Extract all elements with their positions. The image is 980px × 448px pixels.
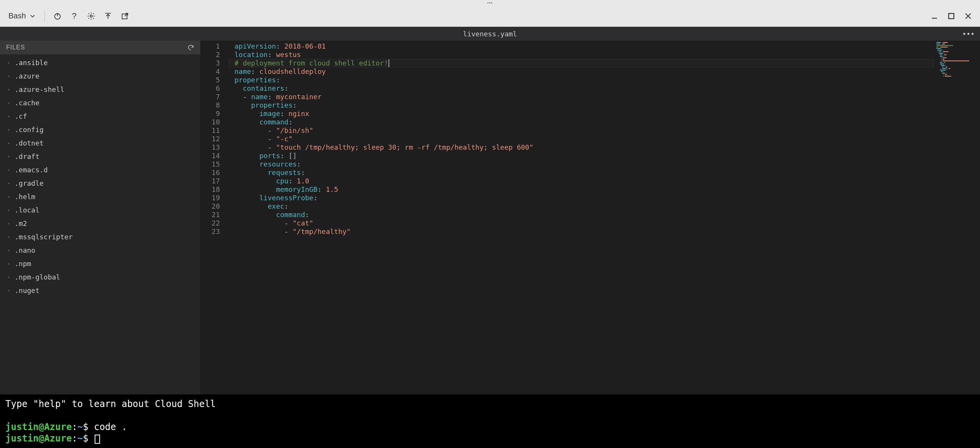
help-button[interactable]: ? bbox=[67, 9, 82, 23]
code-line[interactable]: apiVersion: 2018-06-01 bbox=[228, 42, 934, 51]
minimap[interactable] bbox=[934, 41, 980, 394]
code-line[interactable]: containers: bbox=[228, 84, 934, 93]
code-line[interactable]: command: bbox=[228, 118, 934, 126]
chevron-down-icon bbox=[30, 13, 35, 19]
file-tree-item[interactable]: ▹.mssqlscripter bbox=[0, 230, 200, 244]
maximize-button[interactable] bbox=[944, 9, 959, 23]
file-tree-item[interactable]: ▹.azure-shell bbox=[0, 83, 200, 96]
code-line[interactable]: requests: bbox=[228, 168, 934, 177]
code-line[interactable]: properties: bbox=[228, 76, 934, 84]
code-line[interactable]: cpu: 1.0 bbox=[228, 177, 934, 185]
file-tree-item[interactable]: ▹.nano bbox=[0, 244, 200, 257]
help-icon: ? bbox=[72, 11, 76, 21]
file-tree-item[interactable]: ▹.helm bbox=[0, 190, 200, 203]
code-line[interactable]: - name: mycontainer bbox=[228, 93, 934, 101]
chevron-right-icon: ▹ bbox=[8, 258, 11, 269]
line-number: 9 bbox=[201, 110, 228, 118]
file-tree-item[interactable]: ▹.config bbox=[0, 123, 200, 136]
code-line[interactable]: - "touch /tmp/healthy; sleep 30; rm -rf … bbox=[228, 143, 934, 152]
file-tree-item-label: .emacs.d bbox=[15, 165, 48, 175]
editor-more-button[interactable]: ••• bbox=[962, 30, 975, 38]
file-tree-item-label: .local bbox=[15, 205, 39, 215]
code-line[interactable]: livenessProbe: bbox=[228, 194, 934, 202]
file-tree-item[interactable]: ▹.cf bbox=[0, 110, 200, 123]
code-line[interactable]: command: bbox=[228, 211, 934, 219]
code-line[interactable]: location: westus bbox=[228, 51, 934, 59]
file-tree-item[interactable]: ▹.azure bbox=[0, 69, 200, 83]
minimize-icon bbox=[931, 13, 938, 20]
file-tree-item-label: .ansible bbox=[15, 57, 48, 68]
file-tree-item-label: .helm bbox=[15, 191, 35, 202]
editor-filename: liveness.yaml bbox=[463, 30, 517, 38]
code-line[interactable]: - "cat" bbox=[228, 219, 934, 227]
line-number: 13 bbox=[201, 143, 228, 152]
file-tree-item[interactable]: ▹.dotnet bbox=[0, 136, 200, 150]
file-tree-item[interactable]: ▹.ansible bbox=[0, 56, 200, 69]
new-window-icon bbox=[121, 12, 129, 20]
code-content[interactable]: apiVersion: 2018-06-01location: westus# … bbox=[228, 41, 934, 394]
file-tree-item-label: .mssqlscripter bbox=[15, 232, 73, 242]
file-tree-item[interactable]: ▹.local bbox=[0, 203, 200, 217]
line-number: 21 bbox=[201, 211, 228, 219]
file-tree-item[interactable]: ▹.emacs.d bbox=[0, 163, 200, 177]
refresh-button[interactable] bbox=[187, 44, 194, 51]
chevron-right-icon: ▹ bbox=[8, 124, 11, 135]
close-button[interactable] bbox=[961, 9, 975, 23]
file-tree-item-label: .cache bbox=[15, 98, 39, 108]
line-number: 14 bbox=[201, 152, 228, 160]
code-line[interactable]: - "/tmp/healthy" bbox=[228, 227, 934, 236]
file-tree-item-label: .nano bbox=[15, 245, 35, 255]
line-number: 7 bbox=[201, 93, 228, 101]
chevron-right-icon: ▹ bbox=[8, 218, 11, 229]
file-tree-item[interactable]: ▹.npm-global bbox=[0, 270, 200, 284]
restart-button[interactable] bbox=[50, 9, 65, 23]
window-drag-handle[interactable]: ••• bbox=[0, 0, 980, 5]
file-tree-item-label: .nuget bbox=[15, 285, 39, 296]
code-line[interactable]: image: nginx bbox=[228, 110, 934, 118]
code-line[interactable]: - "/bin/sh" bbox=[228, 126, 934, 135]
terminal-blank bbox=[5, 410, 975, 421]
code-editor[interactable]: 1234567891011121314151617181920212223 ap… bbox=[201, 41, 980, 394]
file-tree-item[interactable]: ▹.m2 bbox=[0, 217, 200, 230]
editor-title-bar: liveness.yaml ••• bbox=[0, 27, 980, 41]
line-number: 8 bbox=[201, 101, 228, 110]
svg-point-2 bbox=[90, 15, 92, 17]
file-tree-item[interactable]: ▹.npm bbox=[0, 257, 200, 270]
chevron-right-icon: ▹ bbox=[8, 98, 11, 108]
terminal[interactable]: Type "help" to learn about Cloud Shell j… bbox=[0, 394, 980, 448]
file-tree-item-label: .azure bbox=[15, 71, 39, 81]
line-number: 11 bbox=[201, 126, 228, 135]
file-tree[interactable]: ▹.ansible▹.azure▹.azure-shell▹.cache▹.cf… bbox=[0, 54, 200, 394]
upload-button[interactable] bbox=[101, 9, 115, 23]
chevron-right-icon: ▹ bbox=[8, 57, 11, 68]
code-line[interactable]: memoryInGB: 1.5 bbox=[228, 185, 934, 194]
line-number-gutter: 1234567891011121314151617181920212223 bbox=[201, 41, 228, 394]
code-line[interactable]: name: cloudshelldeploy bbox=[228, 67, 934, 76]
open-new-window-button[interactable] bbox=[118, 9, 132, 23]
file-tree-item[interactable]: ▹.cache bbox=[0, 96, 200, 110]
chevron-right-icon: ▹ bbox=[8, 165, 11, 175]
minimize-button[interactable] bbox=[927, 9, 942, 23]
code-line[interactable]: ports: [] bbox=[228, 152, 934, 160]
file-tree-item-label: .draft bbox=[15, 151, 39, 162]
chevron-right-icon: ▹ bbox=[8, 285, 11, 296]
code-line[interactable]: - "-c" bbox=[228, 135, 934, 143]
shell-selector-label: Bash bbox=[8, 11, 26, 20]
code-line[interactable]: exec: bbox=[228, 202, 934, 211]
code-line[interactable]: properties: bbox=[228, 101, 934, 110]
svg-rect-8 bbox=[949, 13, 954, 19]
terminal-cursor bbox=[95, 435, 100, 444]
file-tree-item[interactable]: ▹.nuget bbox=[0, 284, 200, 297]
line-number: 5 bbox=[201, 76, 228, 84]
file-explorer-title: FILES bbox=[6, 44, 25, 51]
code-line[interactable]: # deployment from cloud shell editor! bbox=[228, 59, 934, 67]
chevron-right-icon: ▹ bbox=[8, 245, 11, 255]
file-explorer-header: FILES bbox=[0, 41, 200, 54]
code-line[interactable]: resources: bbox=[228, 160, 934, 168]
terminal-hint: Type "help" to learn about Cloud Shell bbox=[5, 398, 975, 410]
settings-button[interactable] bbox=[84, 9, 98, 23]
file-tree-item[interactable]: ▹.gradle bbox=[0, 177, 200, 190]
shell-selector[interactable]: Bash bbox=[5, 9, 39, 23]
file-tree-item[interactable]: ▹.draft bbox=[0, 150, 200, 163]
chevron-right-icon: ▹ bbox=[8, 272, 11, 282]
